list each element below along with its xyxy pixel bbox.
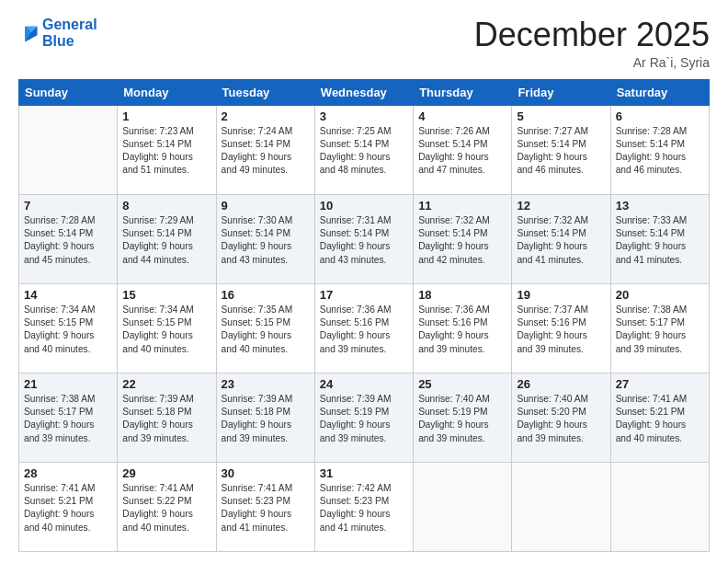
daylight-text-2: and 41 minutes. — [517, 254, 605, 267]
logo: General Blue — [18, 17, 97, 51]
sunrise-text: Sunrise: 7:33 AM — [616, 214, 704, 227]
day-number: 10 — [320, 199, 408, 213]
sunset-text: Sunset: 5:23 PM — [222, 495, 310, 508]
sunset-text: Sunset: 5:14 PM — [320, 227, 408, 240]
day-number: 25 — [418, 377, 506, 391]
col-header-tuesday: Tuesday — [216, 79, 314, 105]
calendar-cell: 18Sunrise: 7:36 AMSunset: 5:16 PMDayligh… — [414, 283, 512, 373]
day-number: 26 — [517, 377, 605, 391]
sunrise-text: Sunrise: 7:32 AM — [517, 214, 605, 227]
daylight-text-1: Daylight: 9 hours — [222, 508, 310, 521]
day-number: 30 — [222, 466, 310, 480]
sunset-text: Sunset: 5:14 PM — [122, 138, 210, 151]
daylight-text-1: Daylight: 9 hours — [517, 240, 605, 253]
day-number: 20 — [616, 288, 704, 302]
daylight-text-1: Daylight: 9 hours — [616, 151, 704, 164]
sunrise-text: Sunrise: 7:37 AM — [517, 304, 605, 316]
sunset-text: Sunset: 5:17 PM — [616, 316, 704, 329]
day-number: 6 — [616, 109, 704, 123]
sunrise-text: Sunrise: 7:28 AM — [24, 214, 112, 227]
sunset-text: Sunset: 5:14 PM — [418, 227, 506, 240]
calendar-cell: 7Sunrise: 7:28 AMSunset: 5:14 PMDaylight… — [19, 194, 118, 283]
calendar-cell — [414, 462, 512, 551]
calendar-cell: 26Sunrise: 7:40 AMSunset: 5:20 PMDayligh… — [512, 373, 610, 462]
day-number: 21 — [24, 377, 112, 391]
calendar-cell: 25Sunrise: 7:40 AMSunset: 5:19 PMDayligh… — [414, 373, 512, 462]
daylight-text-1: Daylight: 9 hours — [122, 419, 210, 431]
sunrise-text: Sunrise: 7:39 AM — [320, 393, 408, 406]
day-number: 19 — [517, 288, 605, 302]
location: Ar Ra`i, Syria — [474, 55, 710, 70]
calendar-cell: 4Sunrise: 7:26 AMSunset: 5:14 PMDaylight… — [414, 105, 512, 194]
calendar-cell: 8Sunrise: 7:29 AMSunset: 5:14 PMDaylight… — [118, 194, 216, 283]
sunset-text: Sunset: 5:15 PM — [24, 316, 112, 329]
sunrise-text: Sunrise: 7:39 AM — [222, 393, 310, 406]
day-number: 29 — [122, 466, 210, 480]
sunset-text: Sunset: 5:20 PM — [517, 406, 605, 419]
daylight-text-2: and 47 minutes. — [418, 164, 506, 177]
daylight-text-2: and 39 minutes. — [122, 432, 210, 445]
daylight-text-1: Daylight: 9 hours — [222, 329, 310, 342]
col-header-thursday: Thursday — [414, 79, 512, 105]
calendar-cell: 17Sunrise: 7:36 AMSunset: 5:16 PMDayligh… — [314, 283, 413, 373]
calendar-cell: 24Sunrise: 7:39 AMSunset: 5:19 PMDayligh… — [314, 373, 413, 462]
sunset-text: Sunset: 5:15 PM — [222, 316, 310, 329]
sunrise-text: Sunrise: 7:41 AM — [616, 393, 704, 406]
daylight-text-1: Daylight: 9 hours — [122, 508, 210, 521]
sunset-text: Sunset: 5:16 PM — [517, 316, 605, 329]
sunset-text: Sunset: 5:14 PM — [222, 227, 310, 240]
daylight-text-1: Daylight: 9 hours — [616, 240, 704, 253]
sunset-text: Sunset: 5:14 PM — [122, 227, 210, 240]
calendar-week-row: 14Sunrise: 7:34 AMSunset: 5:15 PMDayligh… — [19, 283, 710, 373]
calendar-cell: 21Sunrise: 7:38 AMSunset: 5:17 PMDayligh… — [19, 373, 118, 462]
daylight-text-2: and 41 minutes. — [222, 522, 310, 534]
calendar-cell: 30Sunrise: 7:41 AMSunset: 5:23 PMDayligh… — [216, 462, 314, 551]
day-number: 3 — [320, 109, 408, 123]
sunrise-text: Sunrise: 7:32 AM — [418, 214, 506, 227]
calendar-cell: 13Sunrise: 7:33 AMSunset: 5:14 PMDayligh… — [610, 194, 709, 283]
calendar-cell — [19, 105, 118, 194]
daylight-text-1: Daylight: 9 hours — [122, 240, 210, 253]
daylight-text-1: Daylight: 9 hours — [122, 329, 210, 342]
day-number: 14 — [24, 288, 112, 302]
day-number: 23 — [222, 377, 310, 391]
calendar-table: SundayMondayTuesdayWednesdayThursdayFrid… — [18, 79, 710, 552]
calendar-cell: 22Sunrise: 7:39 AMSunset: 5:18 PMDayligh… — [118, 373, 216, 462]
daylight-text-2: and 40 minutes. — [122, 343, 210, 356]
sunrise-text: Sunrise: 7:35 AM — [222, 304, 310, 316]
day-number: 1 — [122, 109, 210, 123]
sunrise-text: Sunrise: 7:28 AM — [616, 125, 704, 138]
daylight-text-2: and 42 minutes. — [418, 254, 506, 267]
sunrise-text: Sunrise: 7:39 AM — [122, 393, 210, 406]
sunset-text: Sunset: 5:23 PM — [320, 495, 408, 508]
calendar-cell: 19Sunrise: 7:37 AMSunset: 5:16 PMDayligh… — [512, 283, 610, 373]
sunset-text: Sunset: 5:21 PM — [616, 406, 704, 419]
day-number: 24 — [320, 377, 408, 391]
col-header-sunday: Sunday — [19, 79, 118, 105]
sunrise-text: Sunrise: 7:34 AM — [122, 304, 210, 316]
daylight-text-2: and 41 minutes. — [616, 254, 704, 267]
daylight-text-1: Daylight: 9 hours — [122, 151, 210, 164]
calendar-cell: 10Sunrise: 7:31 AMSunset: 5:14 PMDayligh… — [314, 194, 413, 283]
daylight-text-2: and 43 minutes. — [222, 254, 310, 267]
daylight-text-1: Daylight: 9 hours — [418, 151, 506, 164]
daylight-text-1: Daylight: 9 hours — [24, 508, 112, 521]
calendar-header-row: SundayMondayTuesdayWednesdayThursdayFrid… — [19, 79, 710, 105]
day-number: 2 — [222, 109, 310, 123]
daylight-text-2: and 39 minutes. — [418, 343, 506, 356]
calendar-cell — [610, 462, 709, 551]
daylight-text-2: and 40 minutes. — [24, 522, 112, 534]
day-number: 7 — [24, 199, 112, 213]
daylight-text-2: and 39 minutes. — [517, 432, 605, 445]
day-number: 15 — [122, 288, 210, 302]
logo-icon — [18, 23, 39, 43]
daylight-text-1: Daylight: 9 hours — [24, 419, 112, 431]
calendar-cell: 1Sunrise: 7:23 AMSunset: 5:14 PMDaylight… — [118, 105, 216, 194]
sunset-text: Sunset: 5:15 PM — [122, 316, 210, 329]
day-number: 16 — [222, 288, 310, 302]
sunrise-text: Sunrise: 7:41 AM — [222, 482, 310, 495]
daylight-text-2: and 40 minutes. — [222, 343, 310, 356]
daylight-text-2: and 39 minutes. — [24, 432, 112, 445]
sunrise-text: Sunrise: 7:24 AM — [222, 125, 310, 138]
daylight-text-1: Daylight: 9 hours — [517, 419, 605, 431]
